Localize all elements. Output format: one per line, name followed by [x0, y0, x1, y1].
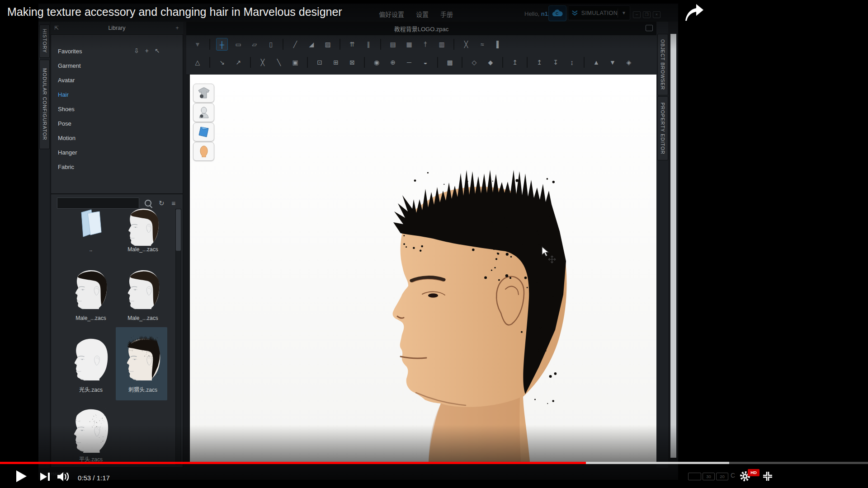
thumbnail-male-head-1[interactable]	[125, 206, 161, 248]
favorites-download-icon[interactable]: ⇩	[134, 47, 139, 54]
buttonhole-tool[interactable]: ⊕	[387, 56, 399, 69]
library-add-icon[interactable]: +	[171, 25, 183, 31]
search-icon[interactable]	[145, 200, 151, 206]
library-scrollbar-thumb[interactable]	[176, 209, 181, 251]
rectangle-select-tool[interactable]: ▭	[232, 38, 244, 51]
button-lock-tool[interactable]: ◒	[420, 56, 431, 69]
library-item-motion[interactable]: Motion	[58, 131, 135, 145]
toolbar-separator	[437, 57, 438, 68]
app-close-button[interactable]: ×	[653, 11, 660, 18]
curve-tool[interactable]: ≈	[476, 38, 488, 51]
tab-property-editor[interactable]: PROPERTY EDITOR	[657, 96, 668, 160]
import-drop-tool[interactable]: ▼	[192, 38, 203, 51]
texture-edit-tool[interactable]: ⊡	[314, 56, 326, 69]
thumbnail-crewcut-head[interactable]	[72, 405, 109, 455]
flip-garment-tool[interactable]: ▥	[436, 38, 448, 51]
viewport-detach-icon[interactable]	[646, 25, 653, 31]
button-tool[interactable]: ◉	[371, 56, 382, 69]
pleat-tool[interactable]: ⇈	[346, 38, 358, 51]
pattern-flower-tool[interactable]: ⊠	[346, 56, 358, 69]
move-transform-tool[interactable]: ┼	[216, 38, 228, 51]
app-minimize-button[interactable]: –	[633, 11, 641, 18]
faint-badge: 20	[716, 473, 728, 480]
spiky-head-thumbnail-icon	[125, 335, 161, 380]
bald-head-thumbnail-icon	[73, 335, 109, 380]
tab-history[interactable]: HISTORY	[39, 24, 50, 58]
trim-b-tool[interactable]: ◆	[485, 56, 496, 69]
bodice-a-tool[interactable]: ▤	[387, 38, 399, 51]
trim-a-tool[interactable]: ◇	[468, 56, 480, 69]
thumbnail-spiky-head-selected[interactable]	[125, 335, 161, 382]
bodice-b-tool[interactable]: ▦	[403, 38, 415, 51]
divider	[51, 193, 183, 194]
pin-vertical-tool[interactable]: †	[420, 38, 431, 51]
tack-a-tool[interactable]: ╳	[257, 56, 269, 69]
toolbar-separator	[283, 39, 283, 50]
garment-pin-tool[interactable]: ▨	[322, 38, 334, 51]
library-item-favorites[interactable]: Favorites	[58, 44, 135, 59]
menu-item-0[interactable]: 偏好设置	[379, 9, 404, 19]
viewport-tab-title[interactable]: 教程背景LOGO.zpac	[394, 24, 449, 33]
library-item-garment[interactable]: Garment	[58, 59, 135, 73]
pin-drag-tool[interactable]: ↘	[216, 56, 228, 69]
pin-pen-tool[interactable]: ↗	[232, 56, 244, 69]
lift-up-tool[interactable]: ↥	[533, 56, 545, 69]
shirt-fold-b-tool[interactable]: ▼	[607, 56, 618, 69]
zipper-tool[interactable]: ▩	[444, 56, 456, 69]
thumbnail-male-head-3[interactable]	[125, 267, 161, 311]
lift-cut-tool[interactable]: ↥	[509, 56, 521, 69]
scissors-tool[interactable]: ╳	[460, 38, 472, 51]
thumbnail-male-head-2[interactable]	[73, 267, 109, 311]
thumbnail-bald-head[interactable]	[73, 335, 109, 382]
video-title[interactable]: Making texture accessory and changing ha…	[7, 5, 342, 19]
cloud-sync-button[interactable]: C	[548, 5, 566, 21]
male-head-thumbnail-icon	[73, 267, 109, 309]
brush-tool[interactable]: ◢	[306, 38, 317, 51]
tack-b-tool[interactable]: ╲	[273, 56, 285, 69]
library-item-fabric[interactable]: Fabric	[58, 160, 135, 174]
tab-object-browser[interactable]: OBJECT BROWSER	[657, 34, 668, 95]
trouser-tool[interactable]: ∥	[363, 38, 374, 51]
favorites-back-icon[interactable]: ↖	[155, 47, 160, 54]
shirt-fold-a-tool[interactable]: ▲	[590, 56, 602, 69]
library-item-hair[interactable]: Hair	[58, 88, 135, 102]
thumbnail-label: 刺猬头.zacs	[116, 385, 170, 393]
lift-down-tool[interactable]: ↧	[550, 56, 561, 69]
share-arrow-icon[interactable]	[684, 4, 704, 23]
player-size-button[interactable]	[762, 471, 773, 482]
collapsed-panel-bar[interactable]	[670, 34, 676, 458]
polygon-edit-tool[interactable]: ▱	[249, 38, 260, 51]
simulation-dropdown-caret[interactable]: ▼	[622, 10, 626, 15]
garment-pack-tool[interactable]: ◈	[623, 56, 635, 69]
lift-swap-tool[interactable]: ↨	[566, 56, 578, 69]
library-item-pose[interactable]: Pose	[58, 117, 135, 131]
stitch-line-tool[interactable]: ─	[403, 56, 415, 69]
volume-icon[interactable]	[57, 471, 71, 482]
padding-tool[interactable]: ▣	[289, 56, 301, 69]
toolbar-separator	[340, 39, 340, 50]
next-button[interactable]	[40, 472, 51, 481]
thumbnail-label: 光头.zacs	[64, 385, 118, 393]
library-item-avatar[interactable]: Avatar	[58, 73, 135, 88]
panel-float-icon[interactable]: ⇱	[51, 25, 62, 31]
pen-tool[interactable]: ╱	[289, 38, 301, 51]
tab-modular-configurator[interactable]: MODULAR CONFIGURATOR	[39, 60, 50, 149]
library-item-shoes[interactable]: Shoes	[58, 102, 135, 117]
bar-tool[interactable]: ▌	[493, 38, 505, 51]
play-button[interactable]	[15, 470, 27, 483]
faint-badge	[688, 473, 701, 480]
thumbnail-folder-up[interactable]	[78, 209, 105, 240]
favorites-add-icon[interactable]: +	[145, 47, 149, 54]
library-item-hanger[interactable]: Hanger	[58, 145, 135, 160]
menu-item-1[interactable]: 设置	[416, 9, 429, 19]
pattern-page-tool[interactable]: ▯	[265, 38, 277, 51]
menu-item-2[interactable]: 手册	[440, 9, 453, 19]
list-view-icon[interactable]: ≡	[172, 199, 176, 207]
progress-bar-played	[0, 462, 586, 464]
toolbar-separator	[250, 57, 251, 68]
simulation-button[interactable]: SIMULATION ▼	[568, 5, 630, 20]
print-layout-tool[interactable]: ⊞	[330, 56, 342, 69]
toolbar-separator	[209, 39, 210, 50]
app-restore-button[interactable]: ❐	[643, 11, 651, 18]
avatar-walk-tool[interactable]: △	[192, 56, 203, 69]
